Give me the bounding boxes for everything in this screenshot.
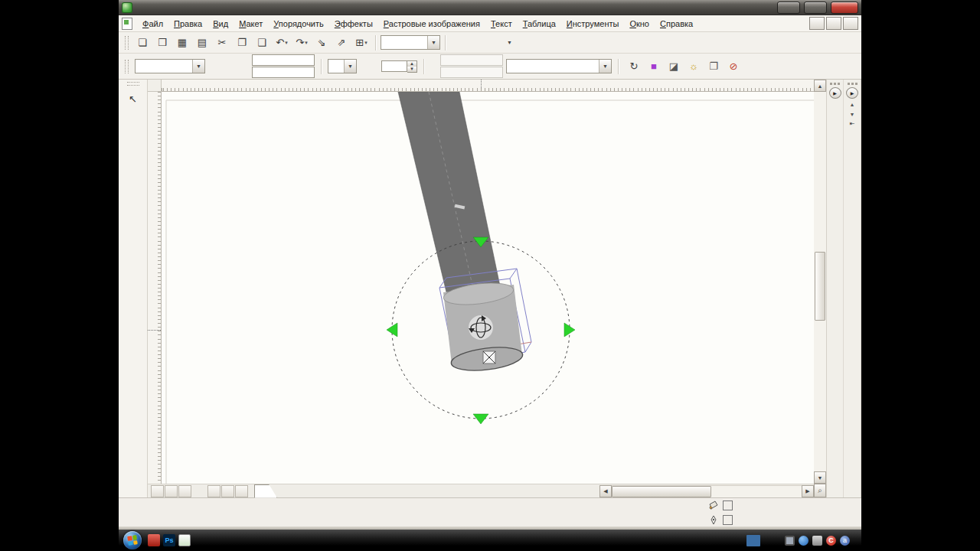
restore-button[interactable] [804,2,827,14]
toolbar-grip[interactable] [125,36,129,50]
navigator-button[interactable]: ⌕ [814,484,826,497]
palette-scroll-down-icon[interactable]: ▼ [847,110,858,119]
pick-tool[interactable]: ↖ [122,89,145,109]
toolbox-grip[interactable] [127,82,139,86]
center-x-marker [483,351,495,364]
outline-color-swatch [723,515,733,525]
extrude-presets-combo[interactable]: ▼ [135,59,205,73]
scroll-down-icon[interactable]: ▼ [814,471,826,484]
language-indicator[interactable] [746,535,760,546]
system-tray: C a [746,535,857,546]
quicklaunch-app1-icon[interactable] [148,534,160,546]
app-tray-icon[interactable]: a [840,536,850,546]
copy-button[interactable]: ❐▾ [233,34,251,52]
extrude-bevel-button[interactable]: ◪ [665,58,683,75]
scroll-right-icon[interactable]: ▶ [802,485,814,497]
canvas[interactable] [162,92,814,484]
zoom-level-combo[interactable]: ▼ [381,35,440,50]
document-palette: ▶ [827,80,844,497]
menu-item[interactable]: Файл [137,17,168,31]
photoshop-icon[interactable]: Ps [163,534,175,546]
vp-x-field [440,54,503,66]
scrollbar-thumb[interactable] [815,252,825,321]
page-tab[interactable] [254,484,277,498]
mdi-close-button[interactable] [843,17,858,30]
cut-button[interactable]: ✂▾ [213,34,231,52]
menu-item[interactable]: Макет [234,17,268,31]
extrusion-type-button[interactable]: ▼ [328,59,357,73]
paste-button[interactable]: ❑▾ [253,34,271,52]
outline-pen-icon [708,515,719,525]
quicklaunch-app3-icon[interactable] [178,534,191,546]
chevron-down-icon: ▼ [192,60,204,73]
desktop-screen: ФайлПравкаВидМакетУпорядочитьЭффектыРаст… [119,0,861,530]
antivirus-tray-icon[interactable]: C [826,536,836,546]
next-page-button[interactable] [207,485,220,497]
new-button[interactable]: ❏▾ [133,34,152,52]
export-button[interactable]: ⇗▾ [332,34,351,52]
vp-mode-combo[interactable]: ▼ [506,59,612,73]
redo-button[interactable]: ↷▾ [292,34,311,52]
menu-item[interactable]: Инструменты [561,17,625,31]
extrude-depth-icon [360,58,378,75]
minimize-button[interactable] [777,2,800,14]
copy-extrude-button[interactable]: ❐ [704,58,723,75]
fill-color-swatch [723,500,733,510]
menu-item[interactable]: Справка [655,17,698,31]
last-page-button[interactable] [221,485,234,497]
undo-button[interactable]: ↶▾ [273,34,291,52]
save-button[interactable]: ▦▾ [173,34,191,52]
menu-item[interactable]: Текст [485,17,518,31]
y-position-field[interactable] [252,67,315,78]
device-tray-icon[interactable] [812,536,822,546]
palette-expand-icon[interactable]: ⇤ [850,120,855,127]
extrude-color-button[interactable]: ■ [645,58,663,75]
add-page-button[interactable] [151,485,164,497]
palette-grip[interactable] [834,83,836,85]
x-position-field[interactable] [252,54,315,66]
palette-flyout-button[interactable]: ▶ [829,87,841,99]
menu-item[interactable]: Эффекты [329,17,378,31]
close-button[interactable] [831,2,858,14]
start-button[interactable] [123,531,142,549]
menu-item[interactable]: Правка [168,17,207,31]
ruler-origin[interactable] [148,80,162,92]
depth-spinner[interactable]: ▲▼ [381,60,417,73]
extrude-rotation-button[interactable]: ↻ [625,58,643,75]
scroll-left-icon[interactable]: ◀ [599,485,612,497]
messenger-tray-icon[interactable] [799,536,808,546]
previous-page-button[interactable] [178,485,191,497]
horizontal-scrollbar[interactable]: ◀ ▶ [599,485,814,497]
menu-item[interactable]: Вид [207,17,234,31]
first-page-button[interactable] [165,485,178,497]
mdi-restore-button[interactable] [826,17,841,30]
clear-extrude-button[interactable]: ⊘ [724,58,743,75]
menu-item[interactable]: Упорядочить [268,17,328,31]
palette-scroll-up-icon[interactable]: ▲ [847,100,858,109]
horizontal-ruler[interactable] [162,80,814,92]
scrollbar-thumb[interactable] [612,486,711,497]
import-button[interactable]: ⇘▾ [312,34,331,52]
menu-item[interactable]: Таблица [518,17,561,31]
options-button[interactable] [518,34,536,52]
toolbar-grip[interactable] [125,60,129,73]
menu-item[interactable]: Растровые изображения [378,17,485,31]
snap-to-combo[interactable]: ▼ [450,35,516,50]
display-tray-icon[interactable] [785,536,795,546]
palette-flyout-button[interactable]: ▶ [846,87,858,99]
chevron-down-icon: ▼ [427,36,439,49]
palette-grip[interactable] [851,83,854,85]
extrude-lighting-button[interactable]: ☼ [684,58,703,75]
vertical-scrollbar[interactable]: ▲ ▼ ⌕ [814,80,827,497]
add-page-button[interactable] [235,485,248,497]
mdi-minimize-button[interactable] [809,17,825,30]
app-launcher-button[interactable]: ⊞▾ [352,34,371,52]
open-button[interactable]: ❒▾ [153,34,172,52]
menu-item[interactable]: Окно [624,17,655,31]
workspace: ↖ [119,80,861,497]
taskbar: Ps C a [119,530,861,551]
spinner-up-icon: ▲ [407,61,416,67]
vertical-ruler[interactable] [148,92,162,484]
print-button[interactable]: ▤▾ [193,34,211,52]
scroll-up-icon[interactable]: ▲ [814,80,826,92]
